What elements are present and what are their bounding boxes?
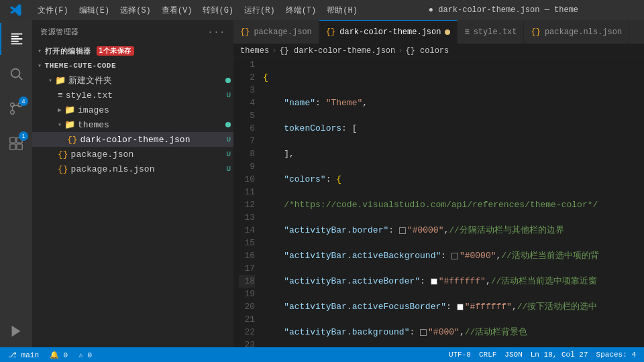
code-line: "activityBar.background": "#000",//活动栏背景… <box>263 326 641 339</box>
sidebar-header: 资源管理器 ··· <box>32 20 233 44</box>
code-line: "activityBar.border": "#0000",//分隔活动栏与其他… <box>263 224 641 237</box>
svg-point-0 <box>11 69 20 78</box>
file-name: package.json <box>71 149 134 160</box>
activity-bar: 4 1 <box>0 20 32 347</box>
folder-images[interactable]: ▶ 📁 images <box>32 103 233 117</box>
window-title: ● dark-color-theme.json — theme <box>363 5 644 15</box>
tab-dark-color-theme[interactable]: {} dark-color-theme.json <box>319 20 458 44</box>
menu-terminal[interactable]: 终端(T) <box>280 0 322 20</box>
svg-rect-9 <box>17 144 22 149</box>
chevron-icon: ▾ <box>38 62 42 70</box>
file-tree: ▾ 打开的编辑器 1个未保存 ▾ THEME-CUTE-CODE ▾ 📁 新建文… <box>32 44 233 347</box>
chevron-icon: ▾ <box>48 76 52 84</box>
unsaved-badge: 1个未保存 <box>97 46 134 56</box>
main-area: 4 1 资源管理器 ··· ▾ 打开的编辑器 1个未保存 ▾ THEME-CUT… <box>0 20 644 347</box>
menu-file[interactable]: 文件(F) <box>32 0 74 20</box>
menu-help[interactable]: 帮助(H) <box>321 0 363 20</box>
sidebar-title: 资源管理器 <box>40 27 79 37</box>
status-errors[interactable]: 🔔 0 <box>47 351 70 359</box>
status-warnings[interactable]: ⚠ 0 <box>76 351 95 359</box>
git-status: U <box>226 150 231 158</box>
tab-icon: {} <box>531 27 540 37</box>
folder-new[interactable]: ▾ 📁 新建文件夹 <box>32 73 233 88</box>
file-icon: ≡ <box>58 90 63 101</box>
code-line: { <box>263 71 641 84</box>
file-name: package.nls.json <box>71 164 155 174</box>
open-editors-section[interactable]: ▾ 打开的编辑器 1个未保存 <box>32 44 233 58</box>
modified-dot <box>225 78 231 83</box>
activity-explorer[interactable] <box>0 23 32 55</box>
git-badge: 4 <box>19 97 28 106</box>
file-package-nls-json[interactable]: {} package.nls.json U <box>32 162 233 176</box>
menu-run[interactable]: 运行(R) <box>239 0 280 20</box>
activity-git[interactable]: 4 <box>0 93 32 125</box>
activity-search[interactable] <box>0 58 32 90</box>
svg-rect-6 <box>10 137 15 143</box>
app-logo <box>0 4 32 16</box>
status-eol[interactable]: CRLF <box>476 351 499 359</box>
menu-select[interactable]: 选择(S) <box>115 0 156 20</box>
modified-indicator <box>445 29 450 35</box>
status-encoding[interactable]: UTF-8 <box>446 351 474 359</box>
breadcrumb-part-1[interactable]: themes <box>240 46 269 56</box>
folder-icon: 📁 <box>64 119 75 130</box>
code-editor[interactable]: { "name": "Theme", tokenColors: [ ], "co… <box>260 58 644 347</box>
folder-name: images <box>78 105 109 115</box>
folder-name: 新建文件夹 <box>68 74 112 86</box>
breadcrumb-part-3[interactable]: {} colors <box>405 46 449 56</box>
activity-extensions[interactable]: 1 <box>0 127 32 160</box>
line-numbers: 12345 678910 1112131415 161718 192021222… <box>233 58 260 347</box>
chevron-icon: ▶ <box>58 106 62 114</box>
code-line: "activityBar.activeFocusBorder": "#fffff… <box>263 300 641 313</box>
folder-themes[interactable]: ▾ 📁 themes <box>32 117 233 132</box>
status-indent[interactable]: Spaces: 4 <box>594 351 639 359</box>
code-line: tokenColors: [ <box>263 122 641 135</box>
project-label: THEME-CUTE-CODE <box>45 62 117 70</box>
sidebar-header-actions[interactable]: ··· <box>207 27 225 38</box>
svg-marker-10 <box>12 326 21 337</box>
editor-area: {} package.json {} dark-color-theme.json… <box>233 20 644 347</box>
breadcrumb-sep-2: › <box>398 46 402 56</box>
status-cursor[interactable]: Ln 18, Col 27 <box>528 351 591 359</box>
code-line: ], <box>263 147 641 160</box>
file-icon: {} <box>58 149 68 160</box>
menu-edit[interactable]: 编辑(E) <box>74 0 115 20</box>
menu-view[interactable]: 查看(V) <box>156 0 198 20</box>
file-style-txt[interactable]: ≡ style.txt U <box>32 88 233 103</box>
svg-line-1 <box>19 76 22 80</box>
tab-icon: {} <box>240 27 250 37</box>
file-icon: {} <box>58 164 68 174</box>
project-section[interactable]: ▾ THEME-CUTE-CODE <box>32 58 233 73</box>
tab-label: package.json <box>254 27 311 37</box>
file-dark-color-theme[interactable]: {} dark-color-theme.json U <box>32 132 233 147</box>
status-language[interactable]: JSON <box>502 351 525 359</box>
file-package-json[interactable]: {} package.json U <box>32 147 233 162</box>
tab-package-nls-json[interactable]: {} package.nls.json <box>524 20 629 44</box>
chevron-icon: ▾ <box>38 47 42 55</box>
svg-rect-8 <box>10 144 15 149</box>
activity-run[interactable] <box>0 315 32 347</box>
menu-goto[interactable]: 转到(G) <box>197 0 239 20</box>
tab-package-json[interactable]: {} package.json <box>233 20 319 44</box>
git-status: U <box>226 135 231 143</box>
status-right: UTF-8 CRLF JSON Ln 18, Col 27 Spaces: 4 <box>446 351 639 359</box>
open-editors-label: 打开的编辑器 <box>45 46 91 56</box>
tab-label: package.nls.json <box>545 27 622 37</box>
breadcrumb: themes › {} dark-color-theme.json › {} c… <box>233 44 644 58</box>
editor-content[interactable]: 12345 678910 1112131415 161718 192021222… <box>233 58 644 347</box>
chevron-icon: ▾ <box>58 121 62 129</box>
code-line: "activityBar.activeBackground": "#0000",… <box>263 249 641 262</box>
code-line: "colors": { <box>263 173 641 186</box>
breadcrumb-part-2[interactable]: {} dark-color-theme.json <box>279 46 395 56</box>
folder-icon: 📁 <box>55 75 66 86</box>
file-icon: {} <box>67 135 78 145</box>
file-name: dark-color-theme.json <box>80 135 191 145</box>
sidebar: 资源管理器 ··· ▾ 打开的编辑器 1个未保存 ▾ THEME-CUTE-CO… <box>32 20 233 347</box>
folder-name: themes <box>78 120 109 130</box>
status-branch[interactable]: ⎇ main <box>5 351 42 359</box>
svg-point-2 <box>11 111 15 115</box>
tab-style-txt[interactable]: ≡ style.txt <box>458 20 524 44</box>
breadcrumb-sep-1: › <box>272 46 276 56</box>
code-line: /*https://code.visualstudio.com/api/refe… <box>263 198 641 211</box>
menu-bar: 文件(F) 编辑(E) 选择(S) 查看(V) 转到(G) 运行(R) 终端(T… <box>32 0 363 20</box>
